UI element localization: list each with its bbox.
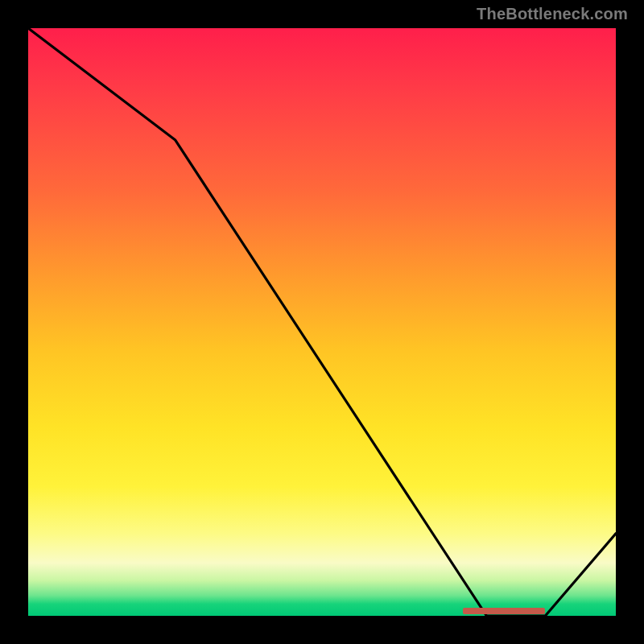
bottleneck-curve-line (28, 28, 616, 616)
optimal-range-marker (463, 608, 545, 614)
chart-container: TheBottleneck.com (0, 0, 644, 644)
plot-area (28, 28, 616, 616)
attribution-label: TheBottleneck.com (477, 5, 628, 23)
series-overlay (28, 28, 616, 616)
